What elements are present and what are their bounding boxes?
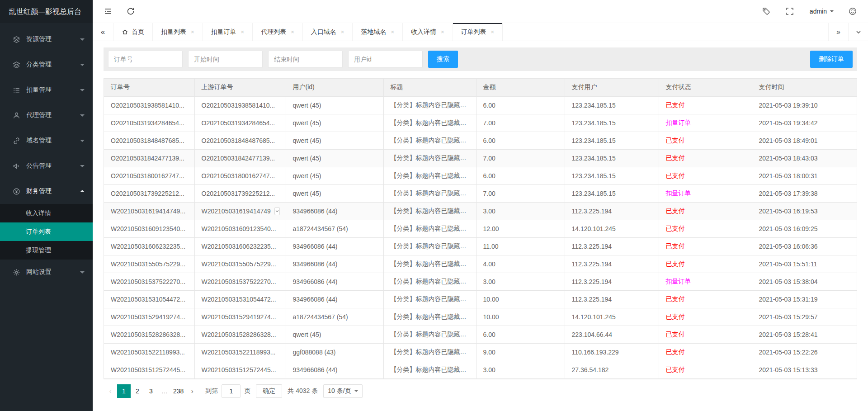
cell-upstream-no: W202105031522118993... <box>194 343 286 361</box>
tab-close-icon[interactable]: × <box>191 28 194 35</box>
admin-menu[interactable]: admin <box>810 8 834 15</box>
cell-upstream-no: W202105031512572445... <box>194 361 286 378</box>
table-row: W202105031609123540... W2021050316091235… <box>104 220 857 237</box>
page-number-button[interactable]: 3 <box>144 384 158 398</box>
cell-pay-user: 14.120.101.245 <box>565 308 659 326</box>
page-size-select[interactable]: 10 条/页 <box>323 384 362 398</box>
cell-pay-user: 27.36.54.182 <box>565 361 659 378</box>
sidebar-item[interactable]: 分类管理 <box>0 52 93 77</box>
cell-pay-status: 已支付 <box>659 202 752 220</box>
table-row: O202105031800162747... O2021050318001627… <box>104 167 857 184</box>
sidebar-item[interactable]: 公告管理 <box>0 153 93 179</box>
tab[interactable]: 代理列表 × <box>253 23 303 41</box>
sidebar-item-label: 公告管理 <box>26 162 52 170</box>
page-number-button[interactable]: 2 <box>131 384 144 398</box>
order-no-input[interactable] <box>108 51 183 68</box>
status-badge: 扣量订单 <box>666 119 691 126</box>
upstream-no-text: O202105031800162747... <box>202 172 275 180</box>
total-count-label: 共 4032 条 <box>288 387 318 395</box>
prev-page-button[interactable]: ‹ <box>104 384 117 398</box>
tab-close-icon[interactable]: × <box>291 28 294 35</box>
chevron-icon <box>80 271 85 276</box>
cell-amount: 11.00 <box>476 237 565 255</box>
sidebar-item[interactable]: 网站设置 <box>0 260 93 285</box>
sidebar-item[interactable]: 资源管理 <box>0 27 93 52</box>
cell-amount: 4.00 <box>476 255 565 273</box>
cell-pay-time: 2021-05-03 15:22:26 <box>752 343 857 361</box>
tab[interactable]: 订单列表 × <box>453 23 503 41</box>
cell-upstream-no: O202105031934284654... <box>194 114 286 132</box>
upstream-no-text: O202105031934284654... <box>202 119 275 127</box>
cell-title: 【分类】标题内容已隐藏… <box>383 149 476 167</box>
tag-icon[interactable] <box>762 7 771 16</box>
cell-upstream-no: O202105031842477139... <box>194 149 286 167</box>
page-unit-label: 页 <box>244 387 250 395</box>
cell-pay-user: 112.3.225.194 <box>565 273 659 290</box>
cell-order-no: W202105031522118993... <box>104 343 194 361</box>
tab-close-icon[interactable]: × <box>391 28 394 35</box>
end-time-input[interactable] <box>268 51 343 68</box>
delete-order-button[interactable]: 删除订单 <box>810 51 853 68</box>
cell-pay-user: 112.3.225.194 <box>565 290 659 308</box>
tab-close-icon[interactable]: × <box>341 28 344 35</box>
sidebar-item[interactable]: 扣量管理 <box>0 77 93 103</box>
speaker-icon <box>13 162 20 170</box>
cell-user: ggf088088 (43) <box>286 343 383 361</box>
tab-close-icon[interactable]: × <box>241 28 245 35</box>
fullscreen-icon[interactable] <box>785 7 794 16</box>
cell-user: a18724434567 (54) <box>286 220 383 237</box>
tab-label: 代理列表 <box>261 28 286 36</box>
cell-title: 【分类】标题内容已隐藏… <box>383 237 476 255</box>
tab[interactable]: 入口域名 × <box>303 23 353 41</box>
confirm-button[interactable]: 确定 <box>256 384 282 398</box>
sidebar-subitem[interactable]: 订单列表 <box>0 222 93 241</box>
cell-pay-time: 2021-05-03 16:06:36 <box>752 237 857 255</box>
chevron-icon <box>80 64 85 68</box>
page-number-button[interactable]: … <box>158 384 171 398</box>
cell-pay-user: 123.234.185.15 <box>565 114 659 132</box>
tab[interactable]: 扣量列表 × <box>153 23 203 41</box>
cell-pay-user: 123.234.185.15 <box>565 184 659 202</box>
sidebar-item-label: 域名管理 <box>26 137 52 145</box>
tab-label: 首页 <box>132 28 144 36</box>
sidebar-subitem[interactable]: 收入详情 <box>0 204 93 222</box>
next-page-button[interactable]: › <box>185 384 199 398</box>
cell-user: qwert (45) <box>286 96 383 114</box>
tab[interactable]: 扣量订单 × <box>203 23 253 41</box>
cell-user: qwert (45) <box>286 167 383 184</box>
collapse-menu-icon[interactable] <box>104 7 113 16</box>
cell-user: 934966086 (44) <box>286 202 383 220</box>
sidebar-item[interactable]: 代理管理 <box>0 103 93 128</box>
refresh-icon[interactable] <box>126 7 135 16</box>
table-row: W202105031537522270... W2021050315375222… <box>104 273 857 290</box>
expand-row-button[interactable] <box>274 207 280 215</box>
theme-palette-icon[interactable] <box>848 7 857 16</box>
start-time-input[interactable] <box>188 51 263 68</box>
goto-page-input[interactable] <box>222 384 241 398</box>
cell-pay-time: 2021-05-03 18:49:01 <box>752 132 857 149</box>
cell-pay-status: 扣量订单 <box>659 184 752 202</box>
sidebar-subitem[interactable]: 提现管理 <box>0 241 93 260</box>
tabs-scroll-right-button[interactable]: » <box>828 23 848 41</box>
tab-label: 落地域名 <box>361 28 386 36</box>
tab[interactable]: 收入详情 × <box>403 23 453 41</box>
cell-user: 934966086 (44) <box>286 237 383 255</box>
status-badge: 已支付 <box>666 137 685 144</box>
search-button[interactable]: 搜索 <box>428 51 458 68</box>
page-number-button[interactable]: 1 <box>117 384 131 398</box>
cell-amount: 9.00 <box>476 343 565 361</box>
tab-close-icon[interactable]: × <box>491 28 495 35</box>
cell-pay-time: 2021-05-03 15:38:04 <box>752 273 857 290</box>
user-id-input[interactable] <box>348 51 423 68</box>
page-number-button[interactable]: 238 <box>171 384 185 398</box>
sidebar-item[interactable]: 域名管理 <box>0 128 93 153</box>
cell-title: 【分类】标题内容已隐藏… <box>383 343 476 361</box>
tab[interactable]: 首页 <box>113 23 153 41</box>
sidebar-item[interactable]: 财务管理 <box>0 179 93 204</box>
tab[interactable]: 落地域名 × <box>353 23 403 41</box>
tab-close-icon[interactable]: × <box>441 28 444 35</box>
tabs-scroll-left-button[interactable]: « <box>93 23 113 41</box>
upstream-no-text: W202105031512572445... <box>202 366 276 373</box>
table-row: O202105031934284654... O2021050319342846… <box>104 114 857 132</box>
tabs-dropdown-button[interactable] <box>848 23 868 41</box>
